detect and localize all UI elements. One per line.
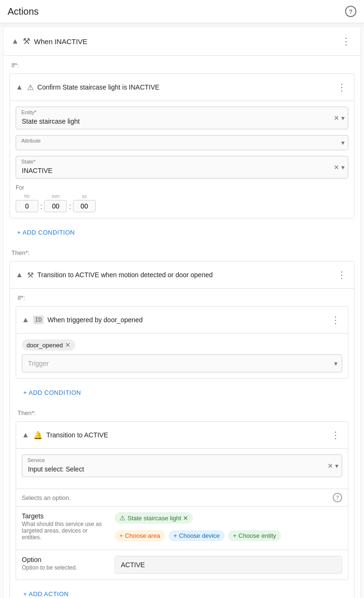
attribute-input[interactable] [16, 135, 348, 150]
state-clear-icon[interactable]: ✕ [334, 163, 339, 171]
colon-1: : [39, 202, 43, 211]
ss-input[interactable] [73, 200, 96, 212]
action-menu-icon[interactable]: ⋮ [329, 427, 342, 443]
service-input[interactable]: Input select: Select [22, 454, 342, 477]
plus-area-icon: + [119, 532, 123, 539]
page-header: Actions ? [0, 0, 364, 23]
choose-device-label: Choose device [179, 532, 220, 539]
nested-action-card: ▲ ⚒ Transition to ACTIVE when motion det… [9, 261, 355, 598]
attribute-dropdown-icon[interactable]: ▾ [341, 139, 345, 146]
service-field-label: Service [27, 457, 45, 463]
if-label: If*: [4, 56, 360, 71]
trigger-dropdown[interactable]: Trigger [22, 354, 342, 372]
targets-content: ⚠ State staircase light ✕ + Choose area [115, 512, 342, 544]
mm-group: mm [44, 194, 67, 212]
info-help-icon[interactable]: ? [333, 493, 342, 502]
entity-chip-icon: ⚠ [119, 514, 126, 522]
choose-device-button[interactable]: + Choose device [169, 530, 225, 541]
entity-dropdown-icon[interactable]: ▾ [341, 114, 345, 122]
outer-block-title: When INACTIVE [34, 37, 339, 45]
door-opened-chip-close[interactable]: ✕ [65, 341, 71, 349]
for-label: For [16, 184, 348, 191]
trigger-condition-body: door_opened ✕ Trigger ▾ [16, 334, 348, 378]
nested-then-label: Then*: [10, 404, 354, 418]
entity-input[interactable]: State staircase light [16, 107, 348, 129]
help-icon[interactable]: ? [345, 6, 356, 17]
state-dropdown-icon[interactable]: ▾ [341, 163, 345, 171]
condition-title: Confirm State staircase light is INACTIV… [37, 83, 335, 91]
choose-area-label: Choose area [125, 532, 160, 539]
condition-type-icon: ⚠ [27, 83, 34, 92]
choose-entity-button[interactable]: + Choose entity [228, 530, 281, 541]
nested-action-collapse-icon[interactable]: ▲ [16, 271, 23, 279]
option-label-section: Option Option to be selected. [22, 556, 107, 571]
trigger-condition-card: ▲ ID When triggered by door_opened ⋮ doo… [16, 306, 348, 379]
condition-collapse-icon[interactable]: ▲ [16, 83, 23, 91]
main-content: ▲ ⚒ When INACTIVE ⋮ If*: ▲ ⚠ Confirm Sta… [0, 27, 364, 598]
trigger-condition-title: When triggered by door_opened [47, 316, 329, 324]
add-condition-button-1[interactable]: + ADD CONDITION [9, 225, 82, 240]
outer-block-menu-icon[interactable]: ⋮ [339, 34, 353, 49]
targets-desc: What should this service use as targeted… [22, 521, 107, 541]
entity-chip-row: ⚠ State staircase light ✕ [115, 512, 342, 526]
entity-field: Entity* State staircase light ✕ ▾ [16, 107, 348, 129]
plus-device-icon: + [173, 532, 177, 539]
ss-group: ss [73, 194, 96, 212]
service-field-icons: ✕ ▾ [328, 462, 338, 470]
attribute-field-icons: ▾ [341, 139, 345, 146]
action-title: Transition to ACTIVE [46, 431, 329, 439]
trigger-dropdown-wrapper: Trigger ▾ [22, 354, 342, 372]
for-section: For hh : mm : ss [16, 184, 348, 212]
nested-action-menu-icon[interactable]: ⋮ [335, 267, 348, 282]
entity-clear-icon[interactable]: ✕ [334, 114, 339, 122]
attribute-field-label: Attribute [21, 138, 41, 144]
info-text: Selects an option. [22, 494, 71, 501]
mm-label: mm [52, 194, 60, 199]
condition-body: Entity* State staircase light ✕ ▾ Attrib… [10, 101, 354, 218]
state-field: State* INACTIVE ✕ ▾ [16, 156, 348, 179]
targets-title: Targets [22, 512, 107, 520]
action-card-header: ▲ 🔔 Transition to ACTIVE ⋮ [16, 422, 348, 449]
option-value: ACTIVE [115, 556, 342, 574]
option-title: Option [22, 556, 107, 563]
entity-chip[interactable]: ⚠ State staircase light ✕ [115, 512, 193, 524]
add-condition-container-1: + ADD CONDITION [4, 221, 360, 244]
service-dropdown-icon[interactable]: ▾ [335, 462, 338, 470]
add-action-button-nested[interactable]: + ADD ACTION [16, 587, 76, 598]
collapse-chevron-icon[interactable]: ▲ [11, 37, 19, 45]
state-input[interactable]: INACTIVE [16, 156, 348, 179]
state-field-label: State* [21, 159, 36, 164]
action-collapse-icon[interactable]: ▲ [22, 431, 29, 439]
nested-action-title: Transition to ACTIVE when motion detecte… [37, 271, 335, 279]
targets-label-section: Targets What should this service use as … [22, 512, 107, 541]
trigger-dropdown-icon[interactable]: ▾ [334, 360, 337, 367]
trigger-id-icon: ID [33, 316, 44, 324]
colon-2: : [68, 202, 72, 211]
door-opened-chip: door_opened ✕ [22, 339, 75, 351]
condition-card-header: ▲ ⚠ Confirm State staircase light is INA… [10, 74, 354, 101]
state-field-icons: ✕ ▾ [334, 163, 345, 171]
entity-field-label: Entity* [21, 109, 36, 115]
wrench-icon: ⚒ [23, 36, 30, 46]
trigger-condition-menu-icon[interactable]: ⋮ [329, 312, 342, 327]
outer-block-when-inactive: ▲ ⚒ When INACTIVE ⋮ If*: ▲ ⚠ Confirm Sta… [4, 27, 360, 598]
targets-row: Targets What should this service use as … [16, 506, 348, 550]
option-row: Option Option to be selected. ACTIVE [16, 550, 348, 580]
nested-action-header: ▲ ⚒ Transition to ACTIVE when motion det… [10, 262, 354, 289]
add-condition-button-nested[interactable]: + ADD CONDITION [16, 385, 89, 400]
service-field: Service Input select: Select ✕ ▾ [22, 454, 342, 477]
hh-label: hh [24, 194, 29, 199]
hh-input[interactable] [16, 200, 38, 212]
trigger-collapse-icon[interactable]: ▲ [22, 316, 29, 324]
entity-chip-close[interactable]: ✕ [183, 515, 188, 522]
service-clear-icon[interactable]: ✕ [328, 462, 333, 470]
mm-input[interactable] [44, 200, 67, 212]
entity-chip-label: State staircase light [127, 515, 181, 522]
choose-area-button[interactable]: + Choose area [115, 530, 165, 541]
condition-menu-icon[interactable]: ⋮ [335, 80, 348, 95]
choose-buttons-row: + Choose area + Choose device + Choose e… [115, 530, 342, 544]
outer-block-header: ▲ ⚒ When INACTIVE ⋮ [4, 27, 360, 56]
choose-entity-label: Choose entity [238, 532, 276, 539]
action-bell-icon: 🔔 [33, 431, 43, 440]
nested-if-label: If*: [10, 289, 354, 303]
